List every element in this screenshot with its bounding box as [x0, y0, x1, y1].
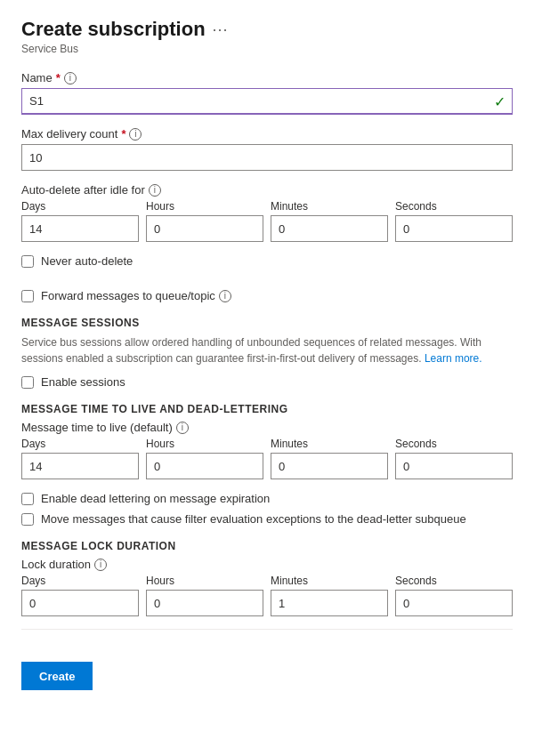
- auto-delete-days-label: Days: [21, 200, 139, 213]
- ttl-days-label: Days: [21, 438, 139, 450]
- dead-letter-expiry-label: Enable dead lettering on message expirat…: [41, 492, 270, 505]
- auto-delete-days: Days: [21, 200, 139, 242]
- ttl-hours: Hours: [146, 438, 263, 479]
- auto-delete-minutes-input[interactable]: [271, 215, 388, 242]
- auto-delete-days-input[interactable]: [21, 215, 139, 242]
- ttl-seconds-input[interactable]: [395, 453, 513, 479]
- auto-delete-minutes-label: Minutes: [271, 200, 388, 213]
- name-info-icon[interactable]: i: [64, 72, 77, 84]
- auto-delete-field-group: Auto-delete after idle for i Days Hours …: [21, 183, 513, 242]
- ttl-time-grid: Days Hours Minutes Seconds: [21, 438, 513, 479]
- ttl-info-icon[interactable]: i: [176, 422, 189, 434]
- page-subtitle: Service Bus: [21, 43, 513, 55]
- sessions-section-title: MESSAGE SESSIONS: [21, 317, 513, 329]
- ttl-seconds: Seconds: [395, 438, 513, 479]
- auto-delete-seconds: Seconds: [395, 200, 513, 242]
- enable-sessions-row: Enable sessions: [21, 375, 513, 389]
- name-valid-icon: ✓: [494, 93, 506, 110]
- lock-minutes-label: Minutes: [271, 575, 388, 587]
- max-delivery-input[interactable]: [21, 144, 513, 171]
- dead-letter-expiry-row: Enable dead lettering on message expirat…: [21, 492, 513, 505]
- lock-seconds-label: Seconds: [395, 575, 513, 587]
- enable-sessions-checkbox[interactable]: [21, 376, 34, 389]
- auto-delete-seconds-input[interactable]: [395, 215, 513, 242]
- auto-delete-hours: Hours: [146, 200, 263, 242]
- max-delivery-required-star: *: [121, 127, 125, 141]
- forward-messages-checkbox[interactable]: [21, 290, 34, 302]
- never-auto-delete-row: Never auto-delete: [21, 254, 513, 268]
- lock-time-grid: Days Hours Minutes Seconds: [21, 575, 513, 616]
- name-input[interactable]: [21, 88, 513, 115]
- ttl-seconds-label: Seconds: [395, 438, 513, 450]
- auto-delete-time-grid: Days Hours Minutes Seconds: [21, 200, 513, 242]
- forward-messages-label: Forward messages to queue/topic i: [41, 289, 231, 302]
- ttl-minutes-label: Minutes: [271, 438, 388, 450]
- never-auto-delete-label: Never auto-delete: [41, 254, 133, 268]
- lock-minutes-input[interactable]: [271, 590, 388, 616]
- name-field-group: Name * i ✓: [21, 71, 513, 115]
- forward-messages-info-icon[interactable]: i: [219, 290, 231, 302]
- lock-days: Days: [21, 575, 139, 616]
- lock-seconds: Seconds: [395, 575, 513, 616]
- dead-letter-filter-label: Move messages that cause filter evaluati…: [41, 512, 466, 526]
- lock-section-title: MESSAGE LOCK DURATION: [21, 540, 513, 552]
- ttl-field-group: Message time to live (default) i Days Ho…: [21, 421, 513, 479]
- ttl-section-title: MESSAGE TIME TO LIVE AND DEAD-LETTERING: [21, 403, 513, 415]
- sessions-section-desc: Service bus sessions allow ordered handl…: [21, 334, 513, 366]
- auto-delete-hours-input[interactable]: [146, 215, 263, 242]
- sessions-learn-more-link[interactable]: Learn more.: [425, 352, 482, 365]
- never-auto-delete-checkbox[interactable]: [21, 255, 34, 268]
- lock-hours: Hours: [146, 575, 263, 616]
- max-delivery-info-icon[interactable]: i: [129, 128, 142, 141]
- auto-delete-minutes: Minutes: [271, 200, 388, 242]
- lock-days-input[interactable]: [21, 590, 139, 616]
- auto-delete-label: Auto-delete after idle for i: [21, 183, 513, 197]
- lock-hours-input[interactable]: [146, 590, 263, 616]
- required-star: *: [56, 71, 61, 84]
- lock-info-icon[interactable]: i: [94, 559, 107, 571]
- name-input-wrapper: ✓: [21, 88, 513, 115]
- page-title: Create subscription: [21, 18, 206, 41]
- name-label: Name * i: [21, 71, 513, 84]
- ttl-hours-input[interactable]: [146, 453, 263, 479]
- lock-seconds-input[interactable]: [395, 590, 513, 616]
- bottom-bar: Create: [21, 629, 513, 690]
- dead-letter-filter-checkbox[interactable]: [21, 513, 34, 526]
- dead-letter-filter-row: Move messages that cause filter evaluati…: [21, 512, 513, 526]
- ttl-days-input[interactable]: [21, 453, 139, 479]
- auto-delete-hours-label: Hours: [146, 200, 263, 213]
- ttl-minutes-input[interactable]: [271, 453, 388, 479]
- ttl-hours-label: Hours: [146, 438, 263, 450]
- lock-days-label: Days: [21, 575, 139, 587]
- max-delivery-label: Max delivery count * i: [21, 127, 513, 141]
- ttl-label: Message time to live (default) i: [21, 421, 513, 434]
- auto-delete-seconds-label: Seconds: [395, 200, 513, 213]
- lock-hours-label: Hours: [146, 575, 263, 587]
- forward-messages-row: Forward messages to queue/topic i: [21, 289, 513, 302]
- lock-minutes: Minutes: [271, 575, 388, 616]
- max-delivery-field-group: Max delivery count * i: [21, 127, 513, 171]
- enable-sessions-label: Enable sessions: [41, 375, 125, 389]
- ellipsis-menu-icon[interactable]: ···: [213, 20, 229, 39]
- ttl-minutes: Minutes: [271, 438, 388, 479]
- lock-field-group: Lock duration i Days Hours Minutes Secon…: [21, 558, 513, 616]
- dead-letter-expiry-checkbox[interactable]: [21, 493, 34, 505]
- lock-label: Lock duration i: [21, 558, 513, 571]
- create-button[interactable]: Create: [21, 662, 93, 690]
- ttl-days: Days: [21, 438, 139, 479]
- auto-delete-info-icon[interactable]: i: [149, 184, 161, 197]
